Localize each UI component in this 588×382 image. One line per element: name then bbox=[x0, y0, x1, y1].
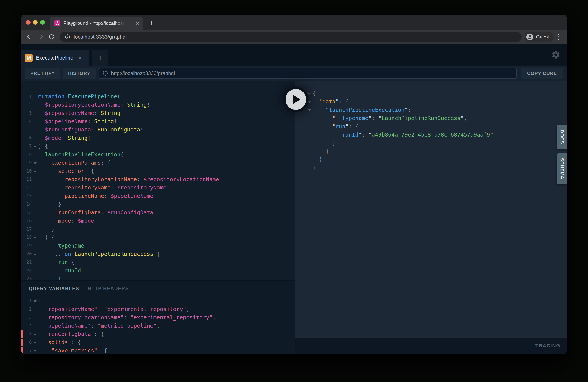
fold-spacer bbox=[32, 262, 38, 263]
playground-tab-close-icon[interactable]: × bbox=[78, 55, 82, 61]
code-text: "__typename": "LaunchPipelineRunSuccess"… bbox=[313, 115, 467, 121]
tab-http-headers[interactable]: HTTP HEADERS bbox=[88, 286, 129, 291]
response-pane: { "data": { "launchPipelineExecution": {… bbox=[295, 81, 567, 354]
code-line: 6 $mode: String! bbox=[23, 134, 295, 142]
code-text: pipelineName: $pipelineName bbox=[38, 193, 153, 199]
code-line: 16 mode: $mode bbox=[23, 217, 295, 225]
line-number: 12 bbox=[23, 185, 32, 190]
fold-spacer bbox=[32, 270, 38, 271]
forward-button[interactable] bbox=[36, 33, 45, 41]
query-pane: 1mutation ExecutePipeline(2 $repositoryL… bbox=[21, 81, 295, 354]
code-line: "launchPipelineExecution": { bbox=[295, 106, 567, 114]
code-text: runId bbox=[38, 267, 81, 274]
browser-tab[interactable]: Playground - http://localhost:3 × bbox=[50, 17, 143, 30]
fold-arrow-icon[interactable] bbox=[32, 341, 38, 344]
line-number: 4 bbox=[23, 119, 32, 124]
variables-editor[interactable]: 1{2 "repositoryName": "experimental_repo… bbox=[21, 297, 295, 354]
code-text: mode: $mode bbox=[38, 217, 94, 224]
settings-button[interactable] bbox=[551, 50, 560, 59]
code-line: } bbox=[295, 147, 567, 155]
profile-chip[interactable]: Guest bbox=[525, 32, 553, 42]
undo-history-icon bbox=[102, 70, 108, 76]
code-text: "repositoryLocationName": "experimental_… bbox=[38, 314, 216, 320]
playground-tab-executepipeline[interactable]: M ExecutePipeline × bbox=[21, 50, 88, 65]
code-text: } bbox=[38, 226, 55, 232]
minimize-window-button[interactable] bbox=[33, 20, 38, 25]
docs-tab[interactable]: DOCS bbox=[557, 125, 567, 149]
fold-spacer bbox=[32, 309, 38, 310]
line-number: 17 bbox=[23, 226, 32, 232]
code-text: repositoryLocationName: $repositoryLocat… bbox=[38, 176, 219, 183]
graphql-favicon-icon bbox=[54, 20, 61, 26]
browser-tab-close-icon[interactable]: × bbox=[136, 20, 139, 26]
reload-button[interactable] bbox=[47, 33, 56, 41]
schema-tab[interactable]: SCHEMA bbox=[557, 153, 567, 184]
code-text: ) { bbox=[38, 143, 48, 149]
info-icon[interactable] bbox=[64, 34, 71, 40]
fold-spacer bbox=[32, 129, 38, 130]
tracing-toggle[interactable]: TRACING bbox=[295, 338, 567, 354]
fold-arrow-icon[interactable] bbox=[32, 349, 38, 352]
fold-arrow-icon[interactable] bbox=[306, 108, 313, 111]
fold-spacer bbox=[32, 179, 38, 180]
browser-tab-strip: Playground - http://localhost:3 × + bbox=[21, 15, 567, 30]
line-number: 5 bbox=[23, 331, 32, 337]
code-line: "runId": "a49b864a-79e2-4be8-b78c-687457… bbox=[295, 130, 567, 139]
error-marker bbox=[21, 347, 23, 354]
line-number: 19 bbox=[23, 243, 32, 248]
history-button[interactable]: HISTORY bbox=[63, 68, 96, 79]
fold-spacer bbox=[32, 220, 38, 221]
new-playground-tab-button[interactable]: + bbox=[92, 50, 108, 65]
playground-toolbar: PRETTIFY HISTORY http://localhost:3333/g… bbox=[21, 65, 567, 81]
close-window-button[interactable] bbox=[26, 20, 30, 25]
code-line: 23 } bbox=[23, 275, 295, 280]
line-number: 5 bbox=[23, 127, 32, 132]
code-text: { bbox=[313, 90, 316, 96]
code-line: 1{ bbox=[23, 297, 295, 305]
code-line: 11 repositoryLocationName: $repositoryLo… bbox=[23, 175, 295, 184]
fold-spacer bbox=[32, 154, 38, 155]
back-button[interactable] bbox=[25, 33, 34, 41]
fold-arrow-icon[interactable] bbox=[32, 170, 38, 172]
line-number: 8 bbox=[23, 152, 32, 157]
code-text: } bbox=[313, 148, 329, 154]
fold-arrow-icon[interactable] bbox=[32, 333, 38, 336]
code-text: "save_metrics": { bbox=[38, 347, 107, 354]
url-bar[interactable]: localhost:3333/graphql bbox=[60, 32, 522, 42]
zoom-window-button[interactable] bbox=[40, 20, 45, 25]
line-number: 6 bbox=[23, 340, 32, 345]
code-line: 13 pipelineName: $pipelineName bbox=[23, 192, 295, 200]
url-text: localhost:3333/graphql bbox=[74, 34, 127, 40]
fold-arrow-icon[interactable] bbox=[32, 145, 38, 148]
code-line: 10 selector: { bbox=[23, 167, 295, 175]
new-browser-tab-button[interactable]: + bbox=[147, 19, 156, 27]
fold-arrow-icon[interactable] bbox=[32, 299, 38, 302]
fold-spacer bbox=[306, 118, 313, 119]
code-text: "solids": { bbox=[38, 339, 81, 345]
line-number: 3 bbox=[23, 110, 32, 116]
tab-query-variables[interactable]: QUERY VARIABLES bbox=[29, 286, 79, 291]
fold-arrow-icon[interactable] bbox=[32, 253, 38, 255]
copy-curl-button[interactable]: COPY CURL bbox=[521, 68, 563, 79]
fold-spacer bbox=[306, 167, 313, 169]
prettify-button[interactable]: PRETTIFY bbox=[25, 68, 60, 79]
browser-menu-button[interactable] bbox=[555, 33, 563, 41]
fold-spacer bbox=[32, 212, 38, 213]
code-line: } bbox=[295, 164, 567, 172]
code-text: } bbox=[313, 140, 336, 146]
line-number: 10 bbox=[23, 169, 32, 174]
code-line: 18 ) { bbox=[23, 233, 295, 241]
execute-query-button[interactable] bbox=[283, 87, 308, 112]
code-line: 8 launchPipelineExecution( bbox=[23, 150, 295, 159]
query-editor[interactable]: 1mutation ExecutePipeline(2 $repositoryL… bbox=[21, 81, 295, 280]
fold-spacer bbox=[32, 121, 38, 122]
fold-spacer bbox=[32, 229, 38, 230]
fold-arrow-icon[interactable] bbox=[32, 161, 38, 164]
code-text: } bbox=[38, 276, 61, 280]
fold-arrow-icon[interactable] bbox=[32, 236, 38, 239]
code-text: run { bbox=[38, 259, 74, 265]
code-line: "data": { bbox=[295, 97, 567, 106]
code-text: $runConfigData: RunConfigData! bbox=[38, 127, 144, 133]
line-number: 9 bbox=[23, 160, 32, 165]
endpoint-input[interactable]: http://localhost:3333/graphql bbox=[99, 68, 517, 79]
